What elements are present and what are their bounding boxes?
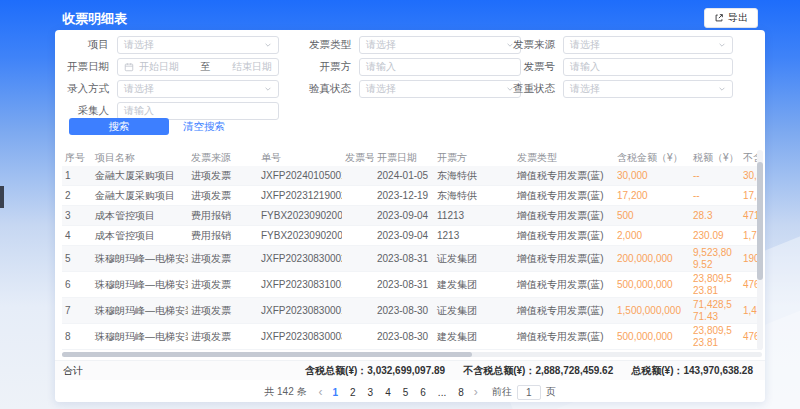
table-row: 4成本管控项目费用报销FYBX202309020032023-09-041213…	[62, 226, 762, 246]
goto-page: 前往 页	[492, 385, 556, 400]
cell-date: 2023-12-19	[374, 190, 434, 202]
cell-seq: 8	[62, 331, 92, 343]
export-button[interactable]: 导出	[704, 8, 758, 28]
cell-seq: 2	[62, 190, 92, 202]
column-header: 税额（¥）	[690, 152, 740, 164]
date-end-input[interactable]: 结束日期	[232, 60, 272, 74]
cell-tax: 23,809,523.81	[690, 273, 740, 296]
cell-tax: 28.3	[690, 210, 740, 222]
page-number-3[interactable]: 3	[366, 387, 376, 398]
horizontal-scrollbar-thumb[interactable]	[62, 352, 472, 357]
cell-project: 成本管控项目	[92, 210, 188, 222]
sum-label: 合计	[55, 364, 83, 378]
verify-status-placeholder: 请选择	[366, 82, 396, 96]
cell-order_no: JXFP20240105001	[258, 170, 342, 182]
issuer-input[interactable]: 请输入	[359, 58, 521, 76]
verify-status-select[interactable]: 请选择	[359, 80, 521, 98]
cell-type: 增值税专用发票(蓝)	[514, 210, 614, 222]
page-ellipsis: ...	[436, 387, 448, 398]
dup-check-select[interactable]: 请选择	[563, 80, 733, 98]
search-button[interactable]: 搜索	[69, 118, 169, 135]
issuer-placeholder: 请输入	[366, 60, 396, 74]
cell-amount: 30,000	[614, 170, 690, 182]
chevron-down-icon	[264, 41, 272, 49]
cell-project: 珠穆朗玛峰—电梯安装	[92, 253, 188, 265]
invoice-type-select[interactable]: 请选择	[359, 36, 521, 54]
column-header: 发票来源	[188, 152, 258, 164]
invoice-source-select[interactable]: 请选择	[563, 36, 733, 54]
cell-issuer: 1213	[434, 230, 514, 242]
invoice-date-label: 开票日期	[59, 60, 117, 74]
table-row: 1金融大厦采购项目进项发票JXFP202401050012024-01-05东海…	[62, 166, 762, 186]
cell-tax: 71,428,571.43	[690, 299, 740, 322]
cell-issuer: 东海特供	[434, 170, 514, 182]
cell-seq: 7	[62, 305, 92, 317]
cell-project: 珠穆朗玛峰—电梯安装	[92, 279, 188, 291]
cell-amount: 17,200	[614, 190, 690, 202]
entry-method-placeholder: 请选择	[124, 82, 154, 96]
cell-source: 进项发票	[188, 305, 258, 317]
date-range-picker[interactable]: 开始日期 至 结束日期	[117, 58, 279, 76]
filter-project: 项目 请选择	[59, 36, 279, 54]
cell-issuer: 东海特供	[434, 190, 514, 202]
cell-source: 进项发票	[188, 279, 258, 291]
cell-source: 进项发票	[188, 190, 258, 202]
project-label: 项目	[59, 38, 117, 52]
clear-search-link[interactable]: 清空搜索	[183, 120, 225, 134]
entry-method-select[interactable]: 请选择	[117, 80, 279, 98]
cell-date: 2023-08-30	[374, 305, 434, 317]
cell-order_no: JXFP20230830003	[258, 331, 342, 343]
filter-issuer: 开票方 请输入	[301, 58, 521, 76]
cell-date: 2023-08-31	[374, 279, 434, 291]
cell-type: 增值税专用发票(蓝)	[514, 331, 614, 343]
date-range-separator: 至	[201, 60, 211, 74]
cell-amount: 2,000	[614, 230, 690, 242]
table-body: 1金融大厦采购项目进项发票JXFP202401050012024-01-05东海…	[62, 166, 762, 350]
vertical-scrollbar-thumb[interactable]	[757, 162, 763, 280]
cell-date: 2023-09-04	[374, 210, 434, 222]
table-header-row: 序号项目名称发票来源单号发票号开票日期开票方发票类型含税金额（¥）税额（¥）不含…	[62, 150, 762, 166]
page-number-2[interactable]: 2	[348, 387, 358, 398]
cell-source: 进项发票	[188, 253, 258, 265]
table-row: 7珠穆朗玛峰—电梯安装进项发票JXFP202308300012023-08-30…	[62, 298, 762, 324]
left-edge-tab	[0, 186, 4, 208]
page-number-5[interactable]: 5	[401, 387, 411, 398]
column-header: 发票类型	[514, 152, 614, 164]
filter-verify-status: 验真状态 请选择	[301, 80, 521, 98]
goto-page-input[interactable]	[517, 385, 541, 400]
filter-invoice-type: 发票类型 请选择	[301, 36, 521, 54]
page-number-8[interactable]: 8	[456, 387, 466, 398]
pagination: 共 142 条 ‹ 123456...8 › 前往 页	[55, 383, 765, 401]
column-header: 序号	[62, 152, 92, 164]
cell-order_no: JXFP20230831001	[258, 279, 342, 291]
filter-invoice-no: 发票号 请输入	[505, 58, 733, 76]
cell-source: 进项发票	[188, 331, 258, 343]
date-start-input[interactable]: 开始日期	[139, 60, 179, 74]
cell-source: 费用报销	[188, 230, 258, 242]
page-number-1[interactable]: 1	[330, 387, 340, 398]
page-number-6[interactable]: 6	[418, 387, 428, 398]
cell-issuer: 证发集团	[434, 253, 514, 265]
cell-amount: 200,000,000	[614, 253, 690, 265]
filter-invoice-date: 开票日期 开始日期 至 结束日期	[59, 58, 279, 76]
page-list: 123456...8	[330, 387, 465, 398]
prev-page-button[interactable]: ‹	[318, 387, 322, 397]
chevron-down-icon	[264, 85, 272, 93]
cell-seq: 3	[62, 210, 92, 222]
pagination-total: 共 142 条	[264, 385, 306, 399]
next-page-button[interactable]: ›	[474, 387, 478, 397]
cell-type: 增值税专用发票(蓝)	[514, 253, 614, 265]
cell-order_no: JXFP20231219002	[258, 190, 342, 202]
cell-amount: 500,000,000	[614, 279, 690, 291]
cell-type: 增值税专用发票(蓝)	[514, 305, 614, 317]
project-select[interactable]: 请选择	[117, 36, 279, 54]
vertical-scrollbar[interactable]	[757, 150, 763, 350]
invoice-no-input[interactable]: 请输入	[563, 58, 733, 76]
cell-tax: 230.09	[690, 230, 740, 242]
page-number-4[interactable]: 4	[383, 387, 393, 398]
column-header: 开票方	[434, 152, 514, 164]
horizontal-scrollbar[interactable]	[62, 352, 762, 357]
totals-group: 含税总额(¥)：3,032,699,097.89 不含税总额(¥)：2,888,…	[305, 364, 765, 378]
filter-dup-check-status: 查重状态 请选择	[505, 80, 733, 98]
total-tax: 总税额(¥)：143,970,638.28	[631, 364, 753, 378]
